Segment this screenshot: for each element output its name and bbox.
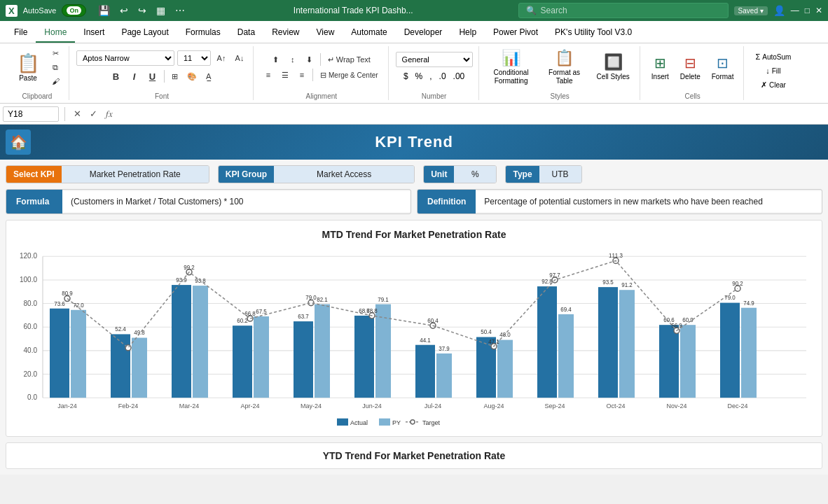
tab-automate[interactable]: Automate (343, 23, 395, 43)
percent-button[interactable]: % (413, 70, 426, 83)
bar-py-mar (193, 286, 208, 398)
bar-actual-oct (598, 287, 618, 398)
comma-button[interactable]: , (427, 70, 434, 83)
type-value[interactable]: UTB (539, 166, 581, 183)
bar-py-may (315, 304, 330, 398)
search-input[interactable] (541, 6, 721, 15)
type-label[interactable]: Type (506, 166, 539, 183)
kpi-group-label[interactable]: KPI Group (219, 166, 274, 183)
save-icon[interactable]: 💾 (95, 4, 113, 18)
tab-page-layout[interactable]: Page Layout (113, 23, 177, 43)
align-right-button[interactable]: ≡ (294, 69, 310, 81)
autosum-button[interactable]: Σ AutoSum (751, 51, 795, 62)
redo-icon[interactable]: ↪ (134, 4, 150, 18)
close-icon[interactable]: ✕ (815, 6, 822, 15)
decrease-font-icon[interactable]: A↓ (232, 52, 247, 64)
format-as-table-button[interactable]: 📋 Format as Table (539, 46, 590, 88)
svg-text:Apr-24: Apr-24 (241, 402, 260, 410)
tab-file[interactable]: File (6, 23, 36, 43)
fill-button[interactable]: ↓ Fill (761, 65, 785, 76)
tab-home[interactable]: Home (36, 23, 75, 43)
decrease-decimal-button[interactable]: .00 (450, 70, 468, 83)
font-content: Aptos Narrow 11 A↑ A↓ B I U ⊞ 🎨 A̲ (76, 46, 247, 88)
bar-py-oct (619, 290, 635, 398)
select-kpi-group: Select KPI Market Penetration Rate (6, 165, 209, 183)
font-color-button[interactable]: A̲ (201, 70, 216, 83)
search-box[interactable]: 🔍 (518, 3, 729, 18)
merge-center-button[interactable]: ⊟ Merge & Center (316, 69, 382, 81)
kpi-group-value[interactable]: Market Access (274, 166, 414, 183)
svg-text:63.7: 63.7 (298, 314, 309, 320)
grid-view-icon[interactable]: ▦ (153, 4, 169, 18)
select-kpi-value[interactable]: Market Penetration Rate (62, 166, 209, 183)
font-name-selector[interactable]: Aptos Narrow (76, 50, 174, 66)
bar-actual-sep (537, 286, 557, 398)
font-size-selector[interactable]: 11 (177, 50, 211, 66)
unit-label[interactable]: Unit (424, 166, 454, 183)
conditional-formatting-button[interactable]: 📊 Conditional Formatting (486, 46, 537, 88)
conditional-formatting-label: Conditional Formatting (490, 69, 532, 85)
autosum-label: AutoSum (762, 53, 791, 61)
conditional-formatting-icon: 📊 (502, 49, 520, 67)
svg-text:90.2: 90.2 (732, 281, 743, 287)
delete-button[interactable]: ⊟ Delete (676, 52, 705, 83)
cut-button[interactable]: ✂ (48, 47, 63, 59)
border-button[interactable]: ⊞ (167, 70, 183, 83)
tab-pk-utility[interactable]: PK's Utility Tool V3.0 (546, 23, 640, 43)
user-icon[interactable]: 👤 (773, 5, 785, 16)
formula-input[interactable] (118, 108, 825, 120)
fill-color-button[interactable]: 🎨 (184, 70, 200, 83)
clear-button[interactable]: ✗ Clear (757, 79, 790, 91)
format-painter-button[interactable]: 🖌 (48, 75, 63, 88)
cancel-formula-icon[interactable]: ✕ (71, 107, 84, 121)
increase-font-icon[interactable]: A↑ (214, 52, 229, 64)
align-middle-button[interactable]: ↕ (285, 53, 301, 66)
number-format-selector[interactable]: General (396, 52, 473, 67)
svg-text:Nov-24: Nov-24 (667, 402, 687, 410)
tab-review[interactable]: Review (263, 23, 308, 43)
wrap-text-button[interactable]: ↵ Wrap Text (324, 53, 375, 66)
cell-styles-button[interactable]: 🔲 Cell Styles (593, 50, 634, 84)
currency-button[interactable]: $ (401, 70, 411, 83)
cell-reference-input[interactable] (3, 106, 59, 122)
confirm-formula-icon[interactable]: ✓ (87, 107, 100, 121)
more-icon[interactable]: ⋯ (172, 4, 188, 18)
tab-view[interactable]: View (308, 23, 343, 43)
svg-text:Mar-24: Mar-24 (179, 402, 199, 410)
home-icon[interactable]: 🏠 (6, 130, 31, 155)
search-icon: 🔍 (526, 6, 537, 15)
italic-button[interactable]: I (126, 69, 143, 84)
ribbon-group-clipboard: 📋 Paste ✂ ⧉ 🖌 Clipboard (6, 46, 69, 100)
select-kpi-label[interactable]: Select KPI (6, 166, 62, 183)
editing-content: Σ AutoSum ↓ Fill ✗ Clear (751, 46, 795, 96)
paste-button[interactable]: 📋 Paste (11, 50, 45, 85)
tab-formulas[interactable]: Formulas (177, 23, 229, 43)
minimize-icon[interactable]: — (791, 6, 799, 15)
align-left-button[interactable]: ≡ (261, 69, 276, 81)
align-top-button[interactable]: ⬆ (268, 53, 284, 66)
undo-icon[interactable]: ↩ (116, 4, 132, 18)
align-center-button[interactable]: ☰ (277, 69, 293, 81)
autosave-toggle[interactable]: On (62, 4, 86, 17)
insert-function-icon[interactable]: 𝑓𝑥 (103, 107, 116, 121)
insert-button[interactable]: ⊞ Insert (647, 52, 673, 83)
tab-power-pivot[interactable]: Power Pivot (485, 23, 546, 43)
bar-py-jan (71, 310, 86, 398)
bold-button[interactable]: B (108, 69, 125, 84)
definition-value: Percentage of potential customers in new… (476, 191, 822, 212)
copy-button[interactable]: ⧉ (48, 61, 63, 74)
bar-py-jun (375, 304, 391, 398)
formula-value: (Customers in Market / Total Customers) … (62, 191, 410, 212)
align-bottom-button[interactable]: ⬇ (302, 53, 317, 66)
tab-developer[interactable]: Developer (396, 23, 451, 43)
increase-decimal-button[interactable]: .0 (436, 70, 449, 83)
format-button[interactable]: ⊡ Format (708, 52, 738, 83)
tab-data[interactable]: Data (229, 23, 263, 43)
tab-insert[interactable]: Insert (75, 23, 113, 43)
maximize-icon[interactable]: □ (805, 6, 810, 15)
unit-value[interactable]: % (454, 166, 496, 183)
svg-text:0.0: 0.0 (27, 393, 37, 401)
underline-button[interactable]: U (144, 69, 161, 84)
tab-help[interactable]: Help (450, 23, 485, 43)
legend-target-dot (410, 420, 415, 424)
